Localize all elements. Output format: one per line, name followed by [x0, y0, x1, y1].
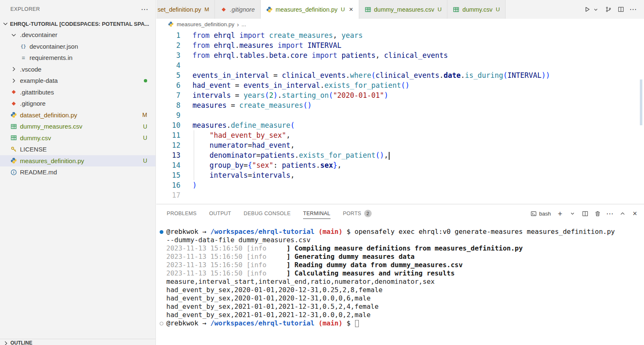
code-token: . [345, 71, 350, 79]
file-name: .devcontainer [20, 31, 57, 38]
project-section-header[interactable]: EHRQL-TUTORIAL [CODESPACES: POTENTIAL SP… [0, 18, 155, 29]
code-line-16[interactable]: ) [192, 180, 636, 190]
tree-item-license[interactable]: LICENSE [0, 144, 155, 155]
code-line-8[interactable]: measures = create_measures() [192, 100, 636, 110]
terminal-text: 2023-11-13 15:16:50 [info ] Calculating … [166, 269, 455, 278]
code-token: create_measures [269, 31, 333, 40]
code-line-3[interactable]: from ehrql.tables.beta.core import patie… [192, 50, 636, 60]
command-decoration [156, 244, 166, 253]
maximize-panel-button[interactable] [619, 210, 626, 217]
line-number: 10 [156, 120, 180, 130]
line-number: 8 [156, 100, 180, 110]
explorer-more-actions-icon[interactable]: ⋯ [141, 6, 148, 12]
code-token: define_measure [231, 121, 290, 129]
tree-item-requirements-in[interactable]: ≡requirements.in [0, 52, 155, 64]
panel-tab-label: OUTPUT [209, 211, 231, 216]
tab-measures-definition-py[interactable]: measures_definition.pyU× [261, 0, 359, 19]
terminal[interactable]: @rebkwok → /workspaces/ehrql-tutorial (m… [156, 223, 644, 345]
tab-dummy-csv[interactable]: dummy.csvU [447, 0, 506, 19]
command-decoration [156, 236, 166, 244]
terminal-text: 2023-11-13 15:16:50 [info ] Compiling me… [166, 244, 523, 253]
prompt-arrow: → [202, 319, 207, 327]
terminal-text-segment [343, 319, 347, 327]
tree-item-readme-md[interactable]: README.md [0, 166, 155, 178]
code-line-9[interactable] [192, 110, 636, 120]
tree-item-vscode[interactable]: .vscode [0, 64, 155, 75]
close-panel-button[interactable]: × [632, 210, 638, 217]
lines-icon: ≡ [20, 55, 27, 61]
code-line-15[interactable]: intervals=intervals, [192, 170, 636, 180]
code-line-5[interactable]: events_in_interval = clinical_events.whe… [192, 70, 636, 80]
terminal-more-button[interactable]: ⋯ [607, 210, 613, 217]
split-editor-button[interactable] [617, 6, 624, 13]
code-line-6[interactable]: had_event = events_in_interval.exists_fo… [192, 80, 636, 90]
code-line-10[interactable]: measures.define_measure( [192, 120, 636, 130]
terminal-cursor [355, 320, 359, 327]
close-icon[interactable]: × [349, 5, 353, 14]
panel-tab-problems[interactable]: PROBLEMS [167, 204, 197, 223]
tree-item-devcontainer-json[interactable]: {}devcontainer.json [0, 41, 155, 52]
breadcrumb[interactable]: measures_definition.py › ... [156, 19, 644, 30]
panel-tab-output[interactable]: OUTPUT [209, 204, 231, 223]
tree-item-measures-definition-py[interactable]: measures_definition.pyU [0, 155, 155, 167]
terminal-profile-dropdown[interactable] [569, 210, 576, 217]
code-line-4[interactable] [192, 60, 636, 70]
tree-decorations [144, 79, 147, 82]
run-python-file-button[interactable] [584, 6, 590, 13]
shell-selector[interactable]: bash [530, 210, 551, 217]
code-line-2[interactable]: from ehrql.measures import INTERVAL [192, 40, 636, 50]
code-line-1[interactable]: from ehrql import create_measures, years [192, 30, 636, 40]
code-token: denominator [210, 151, 257, 159]
tab-gitignore[interactable]: .gitignore [215, 0, 261, 19]
tree-item-dummy-csv[interactable]: dummy.csvU [0, 132, 155, 144]
tree-item-dataset-definition-py[interactable]: dataset_definition.pyM [0, 109, 155, 121]
new-terminal-button[interactable]: + [557, 210, 563, 217]
tab-dummy-measures-csv[interactable]: dummy_measures.csvU [359, 0, 448, 19]
split-terminal-button[interactable] [582, 210, 588, 217]
panel-tab-ports[interactable]: PORTS2 [343, 204, 372, 223]
code-line-17[interactable] [192, 190, 636, 200]
tree-item-devcontainer[interactable]: .devcontainer [0, 29, 155, 41]
tab-set-definition-py[interactable]: set_definition.pyM [156, 0, 215, 19]
code-token: import [239, 31, 265, 40]
run-options-dropdown[interactable] [592, 6, 599, 13]
code-token: years [244, 91, 265, 99]
kill-terminal-button[interactable] [594, 210, 601, 217]
editor-group: set_definition.pyM.gitignoremeasures_def… [156, 0, 644, 345]
panel-tab-debug-console[interactable]: DEBUG CONSOLE [244, 204, 291, 223]
outline-section-header[interactable]: OUTLINE [0, 339, 155, 345]
code-line-14[interactable]: group_by={"sex": patients.sex}, [192, 160, 636, 170]
log-meta: 2023-11-13 15:16:50 [info [166, 244, 286, 252]
git-status-badge: U [438, 6, 442, 12]
command-decoration [156, 253, 166, 261]
code-line-7[interactable]: intervals = years(2).starting_on("2020-0… [192, 90, 636, 100]
tree-item-dummy-measures-csv[interactable]: dummy_measures.csvU [0, 121, 155, 132]
terminal-text-segment [198, 228, 202, 236]
terminal-text: @rebkwok → /workspaces/ehrql-tutorial (m… [166, 228, 615, 236]
command-decoration [156, 286, 166, 294]
code-token: exists_for_patient [324, 81, 401, 89]
tree-item-gitattributes[interactable]: .gitattributes [0, 87, 155, 98]
panel-tab-label: TERMINAL [303, 211, 331, 216]
terminal-line: 2023-11-13 15:16:50 [info ] Calculating … [156, 269, 644, 278]
line-number: 6 [156, 80, 180, 90]
panel-tab-terminal[interactable]: TERMINAL [303, 204, 331, 223]
code-editor[interactable]: 1234567891011121314151617 from ehrql imp… [156, 30, 644, 204]
code-line-12[interactable]: numerator=had_event, [192, 140, 636, 150]
tree-item-gitignore[interactable]: .gitignore [0, 98, 155, 109]
code-token: ( [329, 91, 333, 99]
command-text: opensafely exec ehrql:v0 generate-measur… [355, 228, 615, 236]
code-token [307, 51, 311, 60]
code-token: () [401, 81, 410, 89]
breadcrumb-file[interactable]: measures_definition.py [177, 21, 234, 27]
open-changes-button[interactable] [605, 6, 612, 13]
code-line-13[interactable]: denominator=patients.exists_for_patient(… [192, 150, 636, 160]
table-icon [10, 123, 17, 130]
tree-item-example-data[interactable]: example-data [0, 75, 155, 87]
code-token: ) [384, 91, 388, 99]
code-line-11[interactable]: "had_event_by_sex", [192, 130, 636, 140]
code-token: import [278, 41, 303, 50]
command-decoration [156, 261, 166, 269]
more-actions-button[interactable]: ⋯ [630, 6, 637, 13]
breadcrumb-symbol[interactable]: ... [242, 21, 246, 27]
